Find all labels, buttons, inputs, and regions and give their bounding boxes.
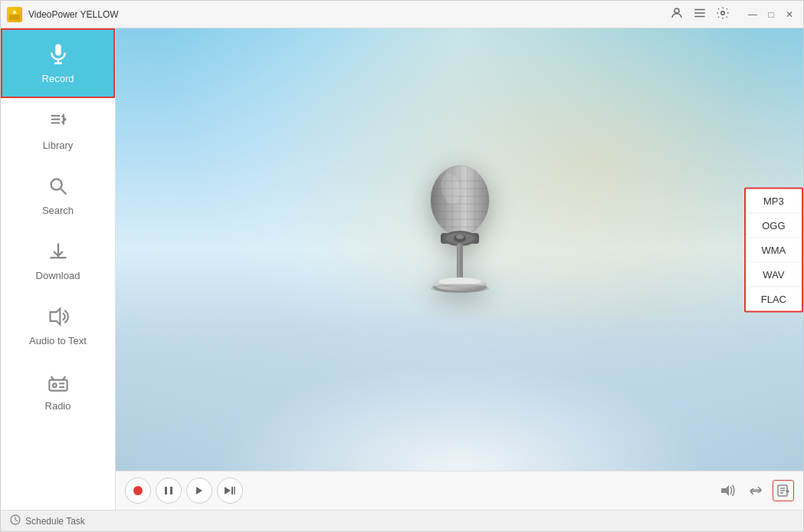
statusbar: Schedule Task (1, 510, 803, 531)
sidebar-item-search[interactable]: Search (1, 163, 115, 228)
titlebar-controls: — □ ✕ (670, 6, 797, 23)
record-button[interactable] (125, 478, 151, 504)
skip-button[interactable] (217, 478, 243, 504)
svg-point-14 (51, 179, 61, 190)
svg-marker-16 (50, 309, 60, 325)
svg-point-2 (13, 11, 16, 14)
search-label: Search (42, 205, 74, 216)
record-icon (47, 42, 70, 68)
library-icon (48, 110, 69, 135)
microphone-illustration (399, 166, 521, 334)
format-panel: MP3 OGG WMA WAV FLAC (744, 187, 803, 312)
record-label: Record (42, 73, 74, 84)
sidebar-item-download[interactable]: Download (1, 228, 115, 294)
main-content: Record Library (1, 28, 803, 510)
sidebar: Record Library (1, 28, 116, 510)
svg-marker-57 (721, 485, 729, 496)
volume-icon[interactable] (717, 480, 739, 501)
svg-point-50 (133, 486, 143, 495)
maximize-button[interactable]: □ (763, 7, 779, 22)
svg-marker-53 (196, 487, 202, 494)
svg-point-42 (456, 235, 464, 239)
audio-to-text-icon (48, 306, 69, 330)
titlebar-left: VideoPower YELLOW (7, 7, 119, 22)
app-title: VideoPower YELLOW (28, 9, 119, 20)
user-icon[interactable] (670, 6, 684, 23)
svg-marker-54 (225, 487, 231, 494)
window-buttons: — □ ✕ (745, 7, 797, 22)
format-wma[interactable]: WMA (746, 238, 802, 262)
sidebar-item-record[interactable]: Record (1, 28, 115, 98)
sidebar-item-audio-to-text[interactable]: Audio to Text (1, 294, 115, 359)
play-button[interactable] (186, 478, 212, 504)
search-icon (48, 176, 69, 200)
download-icon (48, 241, 69, 265)
download-label: Download (36, 270, 80, 281)
format-wav[interactable]: WAV (746, 262, 802, 287)
svg-point-20 (53, 383, 57, 387)
app-icon (7, 7, 22, 22)
radio-icon (48, 371, 69, 396)
bottom-icons (717, 480, 794, 501)
titlebar: VideoPower YELLOW (1, 1, 803, 28)
library-label: Library (43, 140, 74, 151)
minimize-button[interactable]: — (745, 7, 760, 22)
format-flac[interactable]: FLAC (746, 287, 802, 310)
center-area: MP3 OGG WMA WAV FLAC (116, 28, 803, 510)
svg-rect-8 (55, 44, 61, 56)
format-ogg[interactable]: OGG (746, 213, 802, 238)
schedule-task-label: Schedule Task (25, 516, 85, 527)
svg-rect-51 (165, 487, 167, 494)
settings-icon[interactable] (716, 6, 730, 23)
menu-list-icon[interactable] (693, 6, 707, 23)
svg-point-7 (721, 11, 725, 15)
pause-button[interactable] (156, 478, 182, 504)
schedule-icon (10, 514, 21, 527)
export-icon[interactable] (773, 480, 794, 501)
svg-rect-52 (170, 487, 172, 494)
svg-point-49 (431, 284, 489, 293)
app-window: VideoPower YELLOW (0, 0, 804, 532)
svg-rect-17 (49, 380, 67, 391)
svg-rect-0 (9, 15, 20, 20)
svg-line-61 (15, 520, 18, 521)
audio-to-text-label: Audio to Text (29, 335, 87, 346)
bottom-controls (116, 471, 803, 510)
format-mp3[interactable]: MP3 (746, 189, 802, 213)
close-button[interactable]: ✕ (782, 7, 797, 22)
radio-label: Radio (45, 400, 71, 412)
svg-line-15 (61, 189, 66, 195)
content-background: MP3 OGG WMA WAV FLAC (116, 28, 803, 471)
convert-icon[interactable] (745, 480, 766, 501)
svg-point-3 (674, 8, 679, 13)
sidebar-item-radio[interactable]: Radio (1, 359, 115, 424)
sidebar-item-library[interactable]: Library (1, 98, 115, 163)
